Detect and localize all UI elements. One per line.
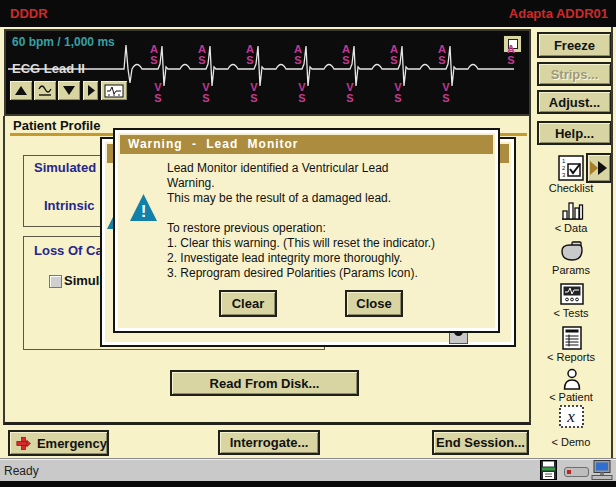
ecg-gain-down-button[interactable] [57,80,81,101]
lead-monitor-warning-dialog: Warning - Lead Monitor ! Lead Monitor id… [113,128,500,333]
freeze-button[interactable]: Freeze [537,32,612,58]
computer-icon [591,460,613,481]
svg-text:S: S [202,92,209,104]
group1-value: Intrinsic [44,198,95,213]
page-title: Patient Profile [13,118,100,133]
sidebar-item-params[interactable]: Params [545,264,597,276]
ecg-sweep-button[interactable] [82,80,99,101]
svg-text:S: S [250,92,257,104]
next-task-button[interactable] [586,153,612,183]
up-arrow-icon [14,85,28,96]
close-button[interactable]: Close [345,290,403,317]
svg-text:S: S [246,54,253,66]
svg-text:S: S [298,92,305,104]
adjust-button[interactable]: Adjust... [537,90,612,114]
svg-text:S: S [442,92,449,104]
ecg-gain-up-button[interactable] [9,80,33,101]
svg-text:S: S [507,54,514,66]
tests-icon[interactable] [560,283,584,305]
programmer-screen: DDDR Adapta ADDR01 60 bpm / 1,000 ms ECG… [0,0,616,487]
status-text: Ready [4,464,39,478]
svg-text:!: ! [141,202,147,221]
sidebar-item-checklist[interactable]: Checklist [545,182,597,194]
emergency-cross-icon [16,435,31,452]
strip-icon [104,84,124,98]
ecg-trace-select-button[interactable] [33,80,57,101]
dialog-text-line: Lead Monitor identified a Ventricular Le… [167,161,388,175]
sidebar-item-tests[interactable]: < Tests [545,307,597,319]
sidebar-item-data[interactable]: < Data [545,222,597,234]
svg-text:x: x [566,407,575,426]
svg-text:S: S [342,54,349,66]
sidebar-item-reports[interactable]: < Reports [540,351,602,363]
svg-text:S: S [394,92,401,104]
params-icon[interactable] [559,241,584,263]
patient-icon[interactable] [562,368,582,390]
bottom-edge [0,481,616,487]
top-status-bar: DDDR Adapta ADDR01 [0,0,616,27]
svg-text:S: S [198,54,205,66]
dialog-text-line: This may be the result of a damaged lead… [167,191,391,205]
ecg-panel: 60 bpm / 1,000 ms ECG Lead II AS VS AS V… [4,29,531,116]
programming-head-icon [564,467,589,477]
svg-text:S: S [154,92,161,104]
checklist-icon[interactable]: 1 2 3 [558,155,584,181]
read-from-disk-button[interactable]: Read From Disk... [170,370,359,396]
interrogate-button[interactable]: Interrogate... [218,430,320,455]
sidebar-item-patient[interactable]: < Patient [540,391,602,403]
simulate-checkbox[interactable] [49,275,62,288]
data-icon[interactable] [560,199,584,221]
svg-text:S: S [150,54,157,66]
dialog-text-line: 3. Reprogram desired Polarities (Params … [167,266,418,280]
strips-button: Strips... [537,62,612,86]
pacing-mode-label: DDDR [10,6,48,21]
svg-text:S: S [294,54,301,66]
warning-triangle-icon: ! [129,193,158,223]
dialog-text-line: 1. Clear this warning. (This will reset … [167,236,435,250]
dialog-text-line: 2. Investigate lead integrity more thoro… [167,251,402,265]
sidebar-item-demo[interactable]: < Demo [545,436,597,448]
reports-icon[interactable] [561,326,583,350]
svg-text:S: S [438,54,445,66]
dialog-text-line: Warning. [167,176,215,190]
svg-text:S: S [346,92,353,104]
help-button[interactable]: Help... [537,121,612,145]
device-name-label: Adapta ADDR01 [509,6,608,21]
right-arrow-icon [86,84,96,97]
end-session-button[interactable]: End Session... [432,430,529,455]
status-bar: Ready [0,458,616,481]
waveform-icon [38,84,52,97]
svg-text:S: S [390,54,397,66]
beat-markers: AS VS AS VS AS VS AS VS AS VS AS VS AS V… [150,43,515,104]
ecg-strip-settings-button[interactable] [100,80,128,101]
double-arrow-icon [589,159,609,177]
demo-icon[interactable]: x [558,404,585,429]
down-arrow-icon [62,85,76,96]
clear-button[interactable]: Clear [219,290,277,317]
right-border [611,27,613,458]
floppy-disk-icon [540,460,557,480]
ecg-waveform: AS VS AS VS AS VS AS VS AS VS AS VS AS V… [6,31,529,114]
group1-label: Simulated F [34,160,108,175]
dialog-text-line: To restore previous operation: [167,221,326,235]
dialog-title-bar: Warning - Lead Monitor [120,135,493,154]
emergency-button[interactable]: Emergency [8,430,109,456]
